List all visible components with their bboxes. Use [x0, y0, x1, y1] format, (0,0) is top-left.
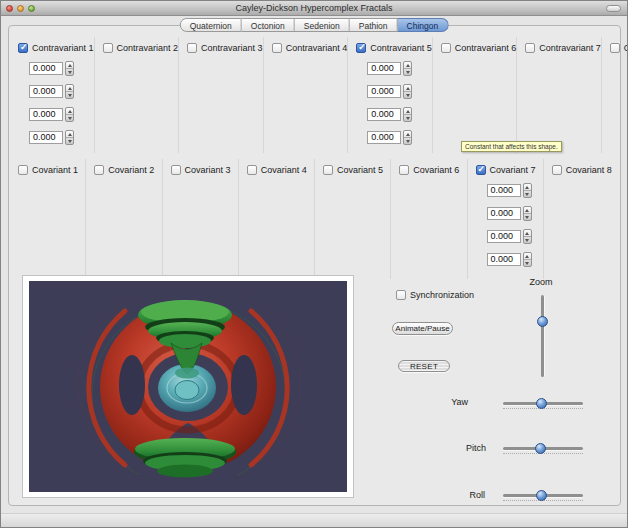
tab-sedenion[interactable]: Sedenion [295, 18, 350, 32]
spinner-stepper[interactable] [523, 252, 532, 267]
constant-spinner: 0.000 [367, 130, 432, 145]
variant-checkbox[interactable] [399, 165, 409, 175]
variant-checkbox-label: Covariant 2 [108, 165, 154, 175]
toolbar-toggle-icon[interactable] [606, 5, 621, 12]
spinner-stepper[interactable] [65, 130, 74, 145]
variant-checkbox[interactable] [610, 43, 620, 53]
spinner-value-field[interactable]: 0.000 [367, 131, 401, 144]
variant-checkbox-row[interactable]: Covariant 2 [94, 165, 161, 175]
stepper-down-icon[interactable] [66, 137, 73, 144]
animate-pause-button[interactable]: Animate/Pause [392, 322, 453, 335]
variant-checkbox-row[interactable]: Covariant 1 [18, 165, 85, 175]
variant-checkbox[interactable] [94, 165, 104, 175]
spinner-value-field[interactable]: 0.000 [367, 108, 401, 121]
variant-checkbox[interactable] [552, 165, 562, 175]
stepper-down-icon[interactable] [404, 91, 411, 98]
spinner-stepper[interactable] [523, 183, 532, 198]
variant-checkbox[interactable] [272, 43, 282, 53]
variant-checkbox-row[interactable]: Contravariant 8 [610, 43, 628, 53]
spinner-value-field[interactable]: 0.000 [487, 253, 521, 266]
variant-checkbox[interactable] [356, 43, 366, 53]
constant-spinner: 0.000 [487, 229, 543, 244]
stepper-down-icon[interactable] [66, 91, 73, 98]
variant-checkbox[interactable] [18, 165, 28, 175]
variant-checkbox-row[interactable]: Covariant 5 [323, 165, 390, 175]
spinner-stack: 0.000 0.000 0.000 0.000 [367, 61, 432, 145]
stepper-down-icon[interactable] [66, 114, 73, 121]
spinner-value-field[interactable]: 0.000 [29, 108, 63, 121]
variant-checkbox-label: Covariant 8 [566, 165, 612, 175]
synchronization-checkbox-row[interactable]: Synchronization [396, 290, 474, 300]
variant-checkbox[interactable] [476, 165, 486, 175]
spinner-stepper[interactable] [403, 130, 412, 145]
variant-checkbox-row[interactable]: Covariant 3 [171, 165, 238, 175]
variant-column: Contravariant 4 [264, 37, 349, 153]
spinner-stepper[interactable] [403, 107, 412, 122]
variant-checkbox-row[interactable]: Contravariant 5 [356, 43, 432, 53]
spinner-value-field[interactable]: 0.000 [367, 62, 401, 75]
variant-checkbox-row[interactable]: Covariant 4 [247, 165, 314, 175]
tab-quaternion[interactable]: Quaternion [180, 18, 242, 32]
stepper-down-icon[interactable] [524, 259, 531, 266]
spinner-stepper[interactable] [65, 61, 74, 76]
stepper-down-icon[interactable] [524, 213, 531, 220]
variant-checkbox-row[interactable]: Covariant 8 [552, 165, 620, 175]
variant-column: Contravariant 1 0.000 0.000 0.000 0.000 [10, 37, 95, 153]
synchronization-checkbox[interactable] [396, 290, 406, 300]
variant-column: Covariant 8 [544, 159, 620, 279]
stepper-down-icon[interactable] [524, 236, 531, 243]
spinner-value-field[interactable]: 0.000 [29, 62, 63, 75]
variant-checkbox-row[interactable]: Contravariant 2 [103, 43, 179, 53]
stepper-down-icon[interactable] [524, 190, 531, 197]
spinner-stepper[interactable] [403, 84, 412, 99]
variant-checkbox-label: Covariant 1 [32, 165, 78, 175]
variant-checkbox-label: Covariant 3 [185, 165, 231, 175]
variant-checkbox[interactable] [247, 165, 257, 175]
spinner-value-field[interactable]: 0.000 [29, 85, 63, 98]
variant-checkbox[interactable] [525, 43, 535, 53]
fractal-render[interactable] [29, 281, 347, 492]
variant-checkbox-row[interactable]: Contravariant 6 [441, 43, 517, 53]
variant-checkbox-row[interactable]: Contravariant 4 [272, 43, 348, 53]
variant-checkbox[interactable] [18, 43, 28, 53]
constant-spinner: 0.000 [367, 107, 432, 122]
spinner-value-field[interactable]: 0.000 [487, 207, 521, 220]
fractal-frame [22, 275, 354, 498]
variant-checkbox-row[interactable]: Covariant 7 [476, 165, 543, 175]
contravariant-section: Contravariant 1 0.000 0.000 0.000 0.000 [10, 37, 620, 153]
spinner-value-field[interactable]: 0.000 [29, 131, 63, 144]
zoom-slider-track[interactable] [541, 295, 544, 377]
variant-checkbox-row[interactable]: Contravariant 7 [525, 43, 601, 53]
spinner-stepper[interactable] [403, 61, 412, 76]
variant-checkbox[interactable] [323, 165, 333, 175]
tab-pathion[interactable]: Pathion [350, 18, 398, 32]
variant-checkbox-row[interactable]: Contravariant 3 [187, 43, 263, 53]
variant-checkbox[interactable] [171, 165, 181, 175]
spinner-value-field[interactable]: 0.000 [367, 85, 401, 98]
spinner-value-field[interactable]: 0.000 [487, 230, 521, 243]
stepper-down-icon[interactable] [66, 68, 73, 75]
spinner-stepper[interactable] [523, 206, 532, 221]
variant-checkbox[interactable] [187, 43, 197, 53]
variant-checkbox-row[interactable]: Contravariant 1 [18, 43, 94, 53]
variant-checkbox-label: Covariant 4 [261, 165, 307, 175]
stepper-down-icon[interactable] [404, 68, 411, 75]
spinner-stepper[interactable] [523, 229, 532, 244]
stepper-down-icon[interactable] [404, 114, 411, 121]
reset-button[interactable]: RESET [398, 360, 450, 372]
spinner-stepper[interactable] [65, 84, 74, 99]
variant-column: Contravariant 6 [433, 37, 518, 153]
spinner-stepper[interactable] [65, 107, 74, 122]
variant-checkbox[interactable] [441, 43, 451, 53]
tab-octonion[interactable]: Octonion [242, 18, 295, 32]
spinner-value-field[interactable]: 0.000 [487, 184, 521, 197]
tab-chingon[interactable]: Chingon [398, 18, 449, 32]
title-bar[interactable]: Cayley-Dickson Hypercomplex Fractals [1, 1, 627, 16]
variant-column: Covariant 5 [315, 159, 391, 279]
stepper-down-icon[interactable] [404, 137, 411, 144]
pitch-slider-thumb[interactable] [535, 443, 546, 454]
spinner-stack: 0.000 0.000 0.000 0.000 [29, 61, 94, 145]
variant-column: Contravariant 3 [179, 37, 264, 153]
variant-checkbox[interactable] [103, 43, 113, 53]
variant-checkbox-row[interactable]: Covariant 6 [399, 165, 466, 175]
